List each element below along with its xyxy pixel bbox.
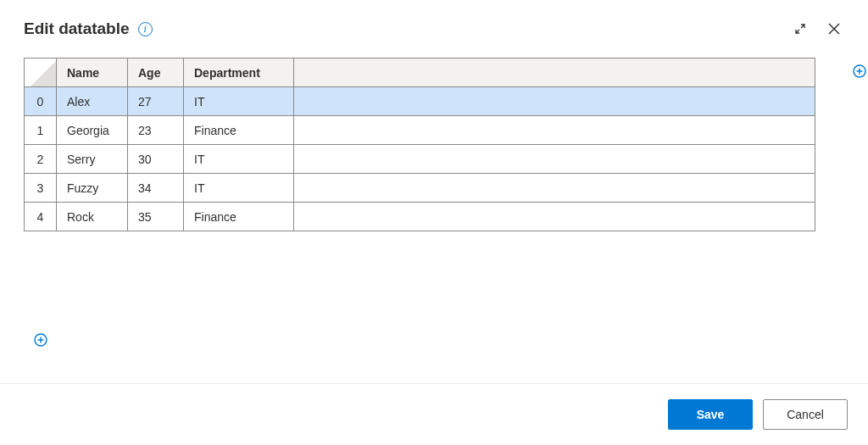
cell-empty[interactable] [294, 145, 815, 174]
datatable[interactable]: Name Age Department 0Alex27IT1Georgia23F… [24, 58, 815, 231]
column-header-empty[interactable] [294, 58, 815, 87]
cell-name[interactable]: Fuzzy [57, 174, 128, 203]
table-row[interactable]: 0Alex27IT [25, 87, 815, 116]
edit-datatable-dialog: Edit datatable i Name [0, 0, 868, 445]
row-index[interactable]: 3 [25, 174, 57, 203]
row-index[interactable]: 4 [25, 203, 57, 231]
cell-name[interactable]: Serry [57, 145, 128, 174]
cancel-button[interactable]: Cancel [763, 399, 848, 430]
dialog-header: Edit datatable i [0, 0, 868, 49]
select-all-corner[interactable] [25, 58, 57, 87]
info-icon[interactable]: i [138, 22, 153, 36]
row-index[interactable]: 2 [25, 145, 57, 174]
cell-name[interactable]: Georgia [57, 116, 128, 145]
cell-age[interactable]: 30 [128, 145, 184, 174]
column-header-department[interactable]: Department [184, 58, 294, 87]
row-index[interactable]: 1 [25, 116, 57, 145]
cell-age[interactable]: 23 [128, 116, 184, 145]
datatable-wrap: Name Age Department 0Alex27IT1Georgia23F… [24, 58, 848, 231]
close-icon[interactable] [821, 15, 848, 42]
table-row[interactable]: 4Rock35Finance [25, 203, 815, 231]
cell-empty[interactable] [294, 87, 815, 116]
table-row[interactable]: 1Georgia23Finance [25, 116, 815, 145]
cell-department[interactable]: IT [184, 87, 294, 116]
cell-department[interactable]: IT [184, 174, 294, 203]
table-row[interactable]: 3Fuzzy34IT [25, 174, 815, 203]
column-header-name[interactable]: Name [57, 58, 128, 87]
save-button[interactable]: Save [668, 399, 753, 430]
dialog-footer: Save Cancel [0, 384, 868, 445]
add-row-button[interactable] [34, 333, 47, 349]
row-index[interactable]: 0 [25, 87, 57, 116]
column-header-age[interactable]: Age [128, 58, 184, 87]
cell-department[interactable]: Finance [184, 116, 294, 145]
cell-department[interactable]: IT [184, 145, 294, 174]
table-row[interactable]: 2Serry30IT [25, 145, 815, 174]
cell-name[interactable]: Alex [57, 87, 128, 116]
expand-icon[interactable] [787, 15, 814, 42]
dialog-body: Name Age Department 0Alex27IT1Georgia23F… [0, 49, 868, 383]
cell-empty[interactable] [294, 116, 815, 145]
cell-department[interactable]: Finance [184, 203, 294, 231]
add-column-button[interactable] [853, 64, 866, 81]
dialog-title: Edit datatable [24, 19, 130, 38]
cell-empty[interactable] [294, 203, 815, 231]
cell-age[interactable]: 27 [128, 87, 184, 116]
cell-age[interactable]: 35 [128, 203, 184, 231]
cell-empty[interactable] [294, 174, 815, 203]
cell-name[interactable]: Rock [57, 203, 128, 231]
cell-age[interactable]: 34 [128, 174, 184, 203]
